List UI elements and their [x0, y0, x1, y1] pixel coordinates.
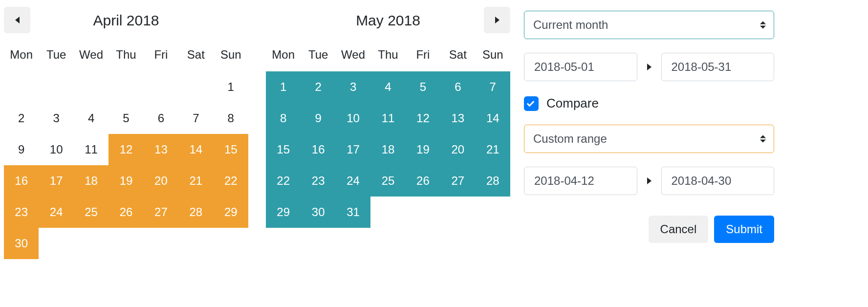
- submit-button[interactable]: Submit: [714, 216, 774, 243]
- calendar-day[interactable]: 15: [266, 134, 301, 165]
- calendar-day[interactable]: 14: [178, 134, 213, 165]
- weekday-label: Tue: [301, 45, 335, 65]
- compare-start-input[interactable]: 2018-04-12: [524, 167, 637, 195]
- calendar-day[interactable]: 27: [440, 165, 475, 197]
- calendar-left-title: April 2018: [93, 12, 159, 29]
- calendar-day[interactable]: 3: [336, 71, 370, 103]
- calendar-day[interactable]: 9: [301, 103, 335, 134]
- compare-checkbox[interactable]: [524, 96, 539, 111]
- calendar-day[interactable]: 6: [440, 71, 475, 103]
- calendar-day[interactable]: 12: [108, 134, 143, 165]
- calendar-day[interactable]: 18: [74, 165, 108, 197]
- calendar-blank-cell: [178, 71, 213, 103]
- compare-end-input[interactable]: 2018-04-30: [661, 167, 775, 195]
- calendar-day[interactable]: 13: [440, 103, 475, 134]
- calendar-day[interactable]: 17: [39, 165, 73, 197]
- prev-month-button[interactable]: [4, 7, 30, 33]
- primary-end-input[interactable]: 2018-05-31: [661, 53, 775, 81]
- calendar-blank-cell: [74, 71, 108, 103]
- calendar-day[interactable]: 8: [266, 103, 301, 134]
- next-month-button[interactable]: [484, 7, 510, 33]
- calendar-day[interactable]: 23: [4, 197, 39, 228]
- calendar-day[interactable]: 14: [476, 103, 510, 134]
- calendar-day[interactable]: 6: [144, 103, 178, 134]
- calendar-day[interactable]: 25: [370, 165, 405, 197]
- calendar-day[interactable]: 17: [336, 134, 370, 165]
- calendar-day[interactable]: 25: [74, 197, 108, 228]
- weekday-label: Sun: [214, 45, 248, 65]
- calendar-day[interactable]: 19: [406, 134, 440, 165]
- calendar-day[interactable]: 11: [370, 103, 405, 134]
- weekday-label: Thu: [370, 45, 405, 65]
- calendar-day[interactable]: 8: [214, 103, 248, 134]
- calendar-day[interactable]: 21: [476, 134, 510, 165]
- calendar-day[interactable]: 1: [266, 71, 301, 103]
- calendar-day[interactable]: 31: [336, 197, 370, 228]
- calendar-day[interactable]: 13: [144, 134, 178, 165]
- submit-label: Submit: [726, 222, 762, 236]
- weekday-label: Tue: [39, 45, 73, 65]
- calendar-day[interactable]: 23: [301, 165, 335, 197]
- calendar-day[interactable]: 26: [108, 197, 143, 228]
- weekday-header: MonTueWedThuFriSatSun: [4, 45, 248, 65]
- calendar-left: April 2018 MonTueWedThuFriSatSun 1234567…: [4, 5, 248, 259]
- calendar-day[interactable]: 11: [74, 134, 108, 165]
- range-arrow-icon: [647, 177, 651, 184]
- calendar-day[interactable]: 9: [4, 134, 39, 165]
- calendar-day[interactable]: 29: [214, 197, 248, 228]
- calendar-day[interactable]: 19: [108, 165, 143, 197]
- weekday-label: Wed: [74, 45, 108, 65]
- calendar-day[interactable]: 28: [178, 197, 213, 228]
- calendar-day[interactable]: 12: [406, 103, 440, 134]
- calendar-day[interactable]: 22: [214, 165, 248, 197]
- preset-primary-select[interactable]: Current month: [524, 11, 774, 39]
- primary-start-value: 2018-05-01: [534, 60, 594, 74]
- calendar-day[interactable]: 21: [178, 165, 213, 197]
- calendar-day[interactable]: 15: [214, 134, 248, 165]
- calendar-day[interactable]: 26: [406, 165, 440, 197]
- calendar-day[interactable]: 16: [4, 165, 39, 197]
- calendar-day[interactable]: 30: [4, 228, 39, 259]
- compare-end-value: 2018-04-30: [672, 174, 732, 188]
- calendar-day[interactable]: 10: [336, 103, 370, 134]
- calendar-blank-cell: [144, 71, 178, 103]
- calendar-blank-cell: [39, 71, 73, 103]
- calendar-day[interactable]: 2: [301, 71, 335, 103]
- calendar-day[interactable]: 7: [178, 103, 213, 134]
- calendar-day[interactable]: 20: [144, 165, 178, 197]
- calendar-day[interactable]: 28: [476, 165, 510, 197]
- calendar-day[interactable]: 4: [370, 71, 405, 103]
- calendar-day[interactable]: 7: [476, 71, 510, 103]
- calendar-day[interactable]: 29: [266, 197, 301, 228]
- calendar-right-title: May 2018: [356, 12, 420, 29]
- calendar-day[interactable]: 27: [144, 197, 178, 228]
- calendar-day[interactable]: 1: [214, 71, 248, 103]
- weekday-label: Fri: [144, 45, 178, 65]
- weekday-label: Sat: [440, 45, 475, 65]
- calendar-day[interactable]: 5: [406, 71, 440, 103]
- calendar-day[interactable]: 24: [39, 197, 73, 228]
- calendar-day[interactable]: 20: [440, 134, 475, 165]
- calendar-day[interactable]: 22: [266, 165, 301, 197]
- primary-start-input[interactable]: 2018-05-01: [524, 53, 637, 81]
- calendar-right-grid: 1234567891011121314151617181920212223242…: [266, 71, 510, 228]
- calendar-day[interactable]: 4: [74, 103, 108, 134]
- cancel-button[interactable]: Cancel: [649, 216, 709, 243]
- weekday-label: Sat: [178, 45, 213, 65]
- preset-compare-select[interactable]: Custom range: [524, 125, 774, 153]
- calendar-day[interactable]: 18: [370, 134, 405, 165]
- weekday-label: Wed: [336, 45, 370, 65]
- cancel-label: Cancel: [660, 222, 697, 236]
- calendar-day[interactable]: 2: [4, 103, 39, 134]
- calendar-day[interactable]: 3: [39, 103, 73, 134]
- calendar-day[interactable]: 16: [301, 134, 335, 165]
- preset-compare-label: Custom range: [533, 132, 607, 146]
- weekday-label: Thu: [108, 45, 143, 65]
- controls-panel: Current month 2018-05-01 2018-05-31 Comp…: [524, 5, 774, 243]
- calendar-day[interactable]: 30: [301, 197, 335, 228]
- select-caret-icon: [760, 22, 766, 29]
- compare-start-value: 2018-04-12: [534, 174, 594, 188]
- calendar-day[interactable]: 24: [336, 165, 370, 197]
- calendar-day[interactable]: 5: [108, 103, 143, 134]
- calendar-day[interactable]: 10: [39, 134, 73, 165]
